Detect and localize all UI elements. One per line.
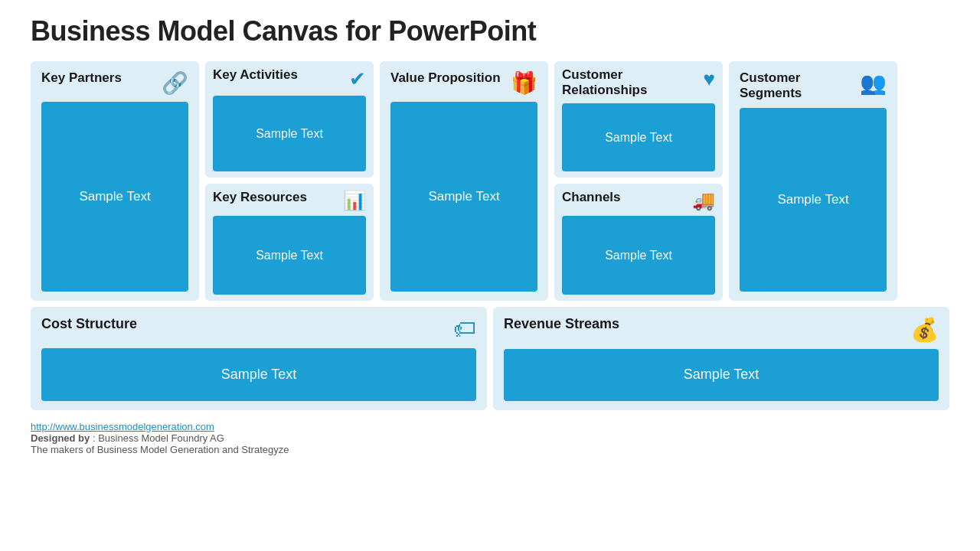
key-activities-cell: Key Activities ✔ Sample Text Key Resourc… (205, 61, 374, 301)
key-activities-sub: Key Activities ✔ Sample Text (205, 61, 374, 178)
tag-icon: 🏷 (453, 316, 476, 342)
footer-designed-by: Designed by : Business Model Foundry AG (31, 432, 949, 444)
customer-relationships-sample: Sample Text (562, 103, 715, 172)
customer-relationships-sub: Customer Relationships ♥ Sample Text (554, 61, 723, 178)
key-activities-header: Key Activities ✔ (213, 67, 366, 91)
revenue-streams-title: Revenue Streams (504, 316, 619, 333)
customer-relationships-title: Customer Relationships (562, 67, 699, 99)
channels-title: Channels (562, 190, 621, 205)
footer-url: http://www.businessmodelgeneration.com (31, 421, 949, 432)
canvas-top-row: Key Partners 🔗 Sample Text Key Activitie… (31, 61, 949, 301)
key-partners-title: Key Partners (41, 70, 122, 86)
key-activities-sample: Sample Text (213, 96, 366, 171)
footer: http://www.businessmodelgeneration.com D… (31, 421, 949, 455)
footer-link[interactable]: http://www.businessmodelgeneration.com (31, 421, 214, 432)
gift-icon: 🎁 (511, 70, 537, 96)
footer-tagline: The makers of Business Model Generation … (31, 444, 949, 455)
value-proposition-title: Value Proposition (390, 70, 501, 86)
heart-icon: ♥ (704, 67, 715, 91)
key-partners-cell: Key Partners 🔗 Sample Text (31, 61, 199, 301)
value-proposition-header: Value Proposition 🎁 (390, 70, 537, 96)
chart-icon: 📊 (343, 190, 366, 211)
truck-icon: 🚚 (692, 190, 715, 211)
channels-sub: Channels 🚚 Sample Text (554, 184, 723, 300)
key-activities-title: Key Activities (213, 67, 298, 83)
checkmark-icon: ✔ (349, 67, 366, 91)
revenue-streams-cell: Revenue Streams 💰 Sample Text (493, 307, 949, 410)
footer-designed-by-value: : Business Model Foundry AG (93, 432, 224, 444)
canvas-bottom-row: Cost Structure 🏷 Sample Text Revenue Str… (31, 307, 949, 410)
customer-segments-title: Customer Segments (740, 70, 855, 102)
key-partners-header: Key Partners 🔗 (41, 70, 188, 96)
revenue-streams-sample: Sample Text (504, 349, 939, 401)
customer-segments-sample: Sample Text (740, 108, 887, 292)
cost-structure-sample: Sample Text (41, 348, 476, 401)
link-icon: 🔗 (162, 70, 188, 96)
channels-header: Channels 🚚 (562, 190, 715, 211)
revenue-streams-header: Revenue Streams 💰 (504, 316, 939, 343)
value-proposition-sample: Sample Text (390, 102, 537, 292)
footer-designed-by-label: Designed by (31, 432, 90, 444)
key-partners-sample: Sample Text (41, 102, 188, 292)
key-resources-sub: Key Resources 📊 Sample Text (205, 184, 374, 300)
cost-structure-header: Cost Structure 🏷 (41, 316, 476, 342)
cost-structure-cell: Cost Structure 🏷 Sample Text (31, 307, 487, 410)
customer-segments-header: Customer Segments 👥 (740, 70, 887, 102)
page-title: Business Model Canvas for PowerPoint (31, 15, 949, 47)
people-icon: 👥 (860, 70, 887, 96)
money-icon: 💰 (910, 316, 939, 343)
value-proposition-cell: Value Proposition 🎁 Sample Text (380, 61, 548, 301)
customer-relationships-cell: Customer Relationships ♥ Sample Text Cha… (554, 61, 723, 301)
channels-sample: Sample Text (562, 216, 715, 294)
customer-relationships-header: Customer Relationships ♥ (562, 67, 715, 99)
key-resources-title: Key Resources (213, 190, 307, 205)
key-resources-sample: Sample Text (213, 216, 366, 294)
customer-segments-cell: Customer Segments 👥 Sample Text (729, 61, 897, 301)
cost-structure-title: Cost Structure (41, 316, 137, 333)
key-resources-header: Key Resources 📊 (213, 190, 366, 211)
